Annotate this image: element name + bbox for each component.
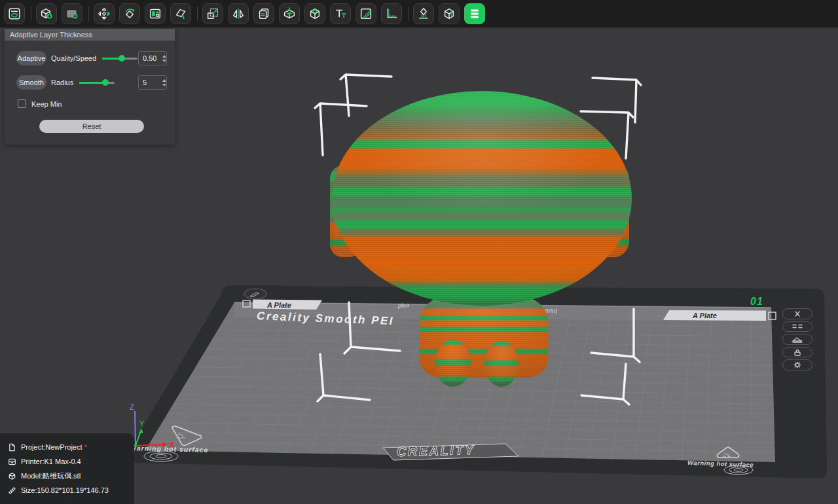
radius-slider[interactable] (79, 79, 115, 86)
svg-text:CREALITY: CREALITY (397, 442, 476, 459)
top-toolbar (0, 0, 838, 27)
plate-list-button[interactable] (782, 321, 812, 333)
list-icon (792, 323, 803, 330)
printer-settings-icon (7, 7, 22, 21)
project-value: Project:NewProject (21, 443, 82, 451)
toolbar-lay-on-face-button[interactable] (170, 3, 191, 24)
toolbar-clone-button[interactable] (253, 3, 274, 24)
scale-icon (206, 7, 220, 21)
quality-speed-label: Quality/Speed (51, 54, 96, 62)
keep-min-checkbox[interactable] (18, 99, 26, 108)
axis-y-label: Y (139, 420, 145, 427)
slider-knob[interactable] (102, 79, 109, 86)
plate-close-button[interactable] (782, 308, 812, 319)
toolbar-separator (88, 7, 89, 21)
plate-icon (792, 336, 803, 343)
text-icon (333, 7, 348, 21)
close-icon (792, 310, 803, 317)
adaptive-mode-button[interactable]: Adaptive (16, 51, 46, 65)
model-value: Model:酷维玩偶.stl (21, 471, 81, 481)
toolbar-seam-paint-button[interactable] (439, 3, 460, 24)
plate-lock-button[interactable] (782, 347, 812, 358)
toolbar-drop-to-bed-button[interactable] (279, 3, 300, 24)
add-model-icon (39, 7, 54, 21)
smooth-mode-button[interactable]: Smooth (16, 75, 46, 90)
adaptive-layer-panel: Adaptive Layer Thickness Adaptive Qualit… (5, 29, 175, 145)
toolbar-move-button[interactable] (94, 3, 115, 24)
radius-row: Smooth Radius (16, 75, 167, 90)
axis-z-label: Z (130, 403, 134, 411)
lock-icon (792, 349, 803, 356)
adaptive-layer-height-icon (467, 7, 482, 21)
radius-label: Radius (51, 79, 73, 86)
printer-icon (8, 458, 16, 466)
add-plate-icon (65, 7, 79, 21)
quality-speed-spinbox (138, 51, 167, 65)
toolbar-add-plate-button[interactable] (62, 3, 82, 24)
plate-hint-fragment-left: plea (397, 302, 410, 309)
radius-input[interactable] (139, 78, 161, 87)
toolbar-rotate-button[interactable] (119, 3, 140, 24)
model-head[interactable] (332, 91, 632, 306)
spin-up-arrow[interactable] (162, 79, 166, 82)
unsaved-marker: * (84, 443, 87, 451)
quality-speed-input[interactable] (139, 54, 161, 63)
toolbar-text-button[interactable] (330, 3, 351, 24)
toolbar-hollow-button[interactable] (304, 3, 325, 24)
spin-down-arrow[interactable] (162, 84, 166, 86)
toolbar-auto-arrange-button[interactable] (145, 3, 166, 24)
quality-speed-row: Adaptive Quality/Speed (16, 51, 167, 65)
support-icon (416, 7, 431, 21)
plate-tab-right-label: A Plate (692, 312, 717, 319)
gear-icon (792, 361, 803, 369)
cut-icon (359, 7, 373, 21)
ruler-icon (8, 486, 16, 495)
rotate-icon (122, 7, 137, 21)
model-foot-left[interactable] (435, 340, 471, 387)
toolbar-separator (31, 7, 31, 21)
measure-icon (384, 7, 399, 21)
drop-to-bed-icon (282, 7, 297, 21)
plate-number: 01 (750, 296, 763, 307)
plate-tab-left[interactable]: A Plate (253, 300, 322, 310)
plate-tab-left-label: A Plate (266, 301, 291, 309)
spin-down-arrow[interactable] (162, 60, 166, 62)
toolbar-measure-button[interactable] (381, 3, 402, 24)
plate-edit-button[interactable] (244, 289, 266, 299)
quality-speed-slider[interactable] (102, 55, 137, 62)
toolbar-separator (197, 7, 198, 21)
toolbar-cut-button[interactable] (355, 3, 376, 24)
mirror-icon (231, 7, 246, 21)
printer-value: Printer:K1 Max-0.4 (21, 458, 81, 465)
toolbar-add-model-button[interactable] (36, 3, 57, 24)
keep-min-row: Keep Min (18, 99, 167, 108)
axis-x-label: X (170, 441, 175, 448)
move-icon (97, 7, 111, 21)
spin-up-arrow[interactable] (162, 55, 166, 58)
toolbar-mirror-button[interactable] (228, 3, 249, 24)
toolbar-printer-settings-button[interactable] (4, 3, 25, 24)
size-value: Size:150.82*101.19*146.73 (21, 486, 109, 494)
plate-tab-right[interactable]: A Plate (663, 310, 766, 321)
printer-row: Printer:K1 Max-0.4 (8, 454, 134, 469)
toolbar-separator (408, 7, 409, 21)
model-row: Model:酷维玩偶.stl (8, 469, 134, 483)
plate-side-panel (778, 308, 817, 370)
project-info-panel: Project:NewProject * Printer:K1 Max-0.4 … (0, 433, 134, 504)
toolbar-scale-button[interactable] (202, 3, 223, 24)
toolbar-adaptive-layer-height-button[interactable] (464, 3, 485, 24)
document-icon (8, 443, 16, 452)
toolbar-support-button[interactable] (413, 3, 434, 24)
keep-min-label: Keep Min (31, 100, 62, 108)
plate-settings-button[interactable] (782, 359, 812, 370)
project-row: Project:NewProject * (8, 440, 134, 454)
hollow-icon (308, 7, 322, 21)
plate-preview-button[interactable] (782, 334, 812, 345)
size-row: Size:150.82*101.19*146.73 (8, 483, 134, 497)
panel-title: Adaptive Layer Thickness (5, 29, 175, 41)
slider-knob[interactable] (118, 55, 125, 62)
model-foot-right[interactable] (484, 341, 519, 387)
lay-on-face-icon (173, 7, 188, 21)
model-box-icon (8, 472, 16, 480)
reset-button[interactable]: Reset (39, 120, 144, 133)
